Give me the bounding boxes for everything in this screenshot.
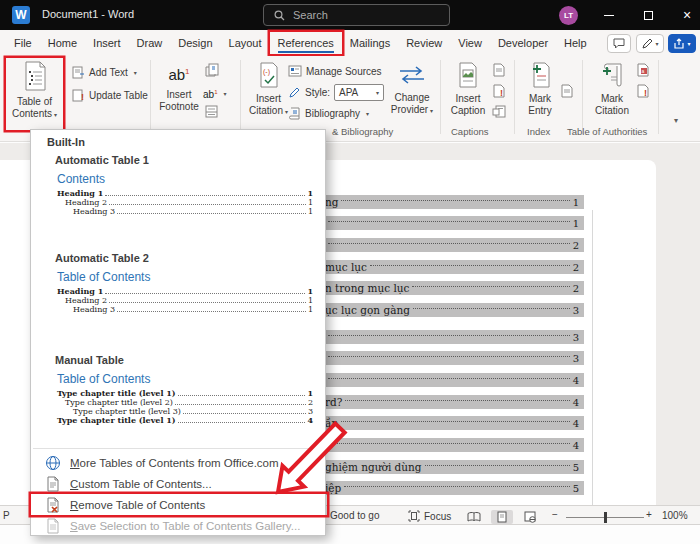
tab-home[interactable]: Home xyxy=(40,32,85,54)
search-input[interactable]: Search xyxy=(263,4,450,26)
mark-entry-label2: Entry xyxy=(519,105,561,117)
toc-page-number: 2 xyxy=(573,283,579,294)
ribbon-collapse-icon[interactable]: ▾ xyxy=(674,116,678,125)
close-button[interactable]: × xyxy=(672,0,700,30)
update-table-button[interactable]: ! Update Table xyxy=(72,89,148,102)
tab-draw[interactable]: Draw xyxy=(129,32,171,54)
dot-leader xyxy=(328,356,570,357)
minimize-button[interactable] xyxy=(594,0,624,30)
editing-pen-button[interactable]: ▾ xyxy=(636,34,664,53)
tab-developer[interactable]: Developer xyxy=(490,32,556,54)
insert-endnote-button[interactable] xyxy=(205,63,219,77)
zoom-slider-thumb[interactable] xyxy=(604,512,607,523)
menu-item-list: More Tables of Contents from Office.comC… xyxy=(31,452,327,536)
dot-leader xyxy=(328,335,570,336)
tab-references[interactable]: References xyxy=(270,32,342,54)
zoom-in-button[interactable]: + xyxy=(646,509,652,520)
mark-citation-label2: Citation xyxy=(588,105,636,117)
preview-entry: Heading 11 xyxy=(57,287,313,296)
insert-table-of-figures-button[interactable] xyxy=(492,63,505,77)
proofing-status[interactable]: Good to go xyxy=(330,510,379,521)
menu-item-custom[interactable]: Custom Table of Contents... xyxy=(31,473,327,494)
comments-button[interactable] xyxy=(607,34,631,53)
focus-label: Focus xyxy=(424,511,451,522)
gallery-preview: ContentsHeading 11Heading 21Heading 31 xyxy=(57,172,313,216)
dot-leader xyxy=(413,308,570,309)
insert-footnote-label: Insert xyxy=(155,89,203,101)
read-mode-button[interactable] xyxy=(463,510,485,524)
zoom-out-button[interactable]: − xyxy=(552,509,558,520)
mark-citation-button[interactable]: Mark Citation xyxy=(588,58,636,122)
maximize-button[interactable] xyxy=(633,0,663,30)
preview-entry-text: Heading 1 xyxy=(57,188,103,198)
tab-design[interactable]: Design xyxy=(170,32,220,54)
menu-item-label: More Tables of Contents from Office.com xyxy=(70,457,279,469)
zoom-level[interactable]: 100% xyxy=(662,510,688,521)
comment-icon xyxy=(613,38,625,49)
show-notes-button[interactable] xyxy=(205,105,218,118)
account-avatar[interactable]: LT xyxy=(559,6,578,25)
gallery-title: Automatic Table 1 xyxy=(41,154,319,166)
cross-reference-button[interactable] xyxy=(492,105,506,118)
table-of-contents-button[interactable]: Table of Contents▾ xyxy=(6,58,63,130)
tab-file[interactable]: File xyxy=(6,32,40,54)
next-footnote-icon: ab1 xyxy=(203,84,217,103)
insert-caption-button[interactable]: Insert Caption xyxy=(445,58,491,122)
update-figures-table-button[interactable]: ! xyxy=(492,84,505,98)
share-icon xyxy=(673,38,685,50)
gallery-automatic-table-2[interactable]: Automatic Table 2Table of ContentsHeadin… xyxy=(41,252,319,314)
mark-entry-icon xyxy=(529,62,551,88)
dot-leader xyxy=(178,422,306,423)
change-provider-button[interactable]: Change Provider▾ xyxy=(388,58,436,122)
preview-entry-page: 1 xyxy=(307,188,313,198)
add-text-button[interactable]: Add Text▾ xyxy=(72,66,137,79)
tab-review[interactable]: Review xyxy=(398,32,450,54)
insert-table-of-authorities-button[interactable]: a xyxy=(636,63,650,77)
mark-entry-button[interactable]: Mark Entry xyxy=(519,58,561,122)
bibliography-button[interactable]: Bibliography▾ xyxy=(288,107,369,120)
chevron-down-icon: ▾ xyxy=(655,40,658,47)
menu-item-more[interactable]: More Tables of Contents from Office.com xyxy=(31,452,327,473)
dot-leader xyxy=(345,400,569,401)
mark-entry-label: Mark xyxy=(519,93,561,105)
insert-footnote-button[interactable]: ab1 Insert Footnote xyxy=(155,58,203,122)
pen-icon xyxy=(641,38,653,50)
gallery-manual-table[interactable]: Manual TableTable of ContentsType chapte… xyxy=(41,354,319,425)
insert-index-button[interactable] xyxy=(560,84,573,98)
preview-entry: Type chapter title (level 1)1 xyxy=(57,389,313,398)
toc-line: 2 xyxy=(318,238,584,252)
preview-entry: Type chapter title (level 1)4 xyxy=(57,416,313,425)
insert-citation-button[interactable]: (-) Insert Citation▾ xyxy=(245,58,292,122)
tab-insert[interactable]: Insert xyxy=(85,32,129,54)
web-layout-button[interactable] xyxy=(519,510,541,524)
gallery-automatic-table-1[interactable]: Automatic Table 1ContentsHeading 11Headi… xyxy=(41,154,319,216)
focus-toggle[interactable]: Focus xyxy=(408,510,451,522)
show-notes-icon xyxy=(205,105,218,118)
group-label-captions: Captions xyxy=(451,126,489,137)
share-button[interactable]: ▾ xyxy=(668,34,696,53)
toc-page-number: 5 xyxy=(573,462,579,473)
focus-icon xyxy=(408,510,420,522)
ribbon-tabs: File Home Insert Draw Design Layout Refe… xyxy=(0,32,595,54)
tab-view[interactable]: View xyxy=(450,32,490,54)
update-authorities-button[interactable]: ! xyxy=(636,84,649,98)
footnote-ab1-icon: ab1 xyxy=(155,64,203,83)
tab-mailings[interactable]: Mailings xyxy=(342,32,398,54)
page-remove-icon xyxy=(45,497,61,513)
style-pen-icon xyxy=(288,86,301,99)
tab-layout[interactable]: Layout xyxy=(221,32,270,54)
word-app-icon[interactable]: W xyxy=(12,6,30,24)
menu-item-remove[interactable]: Remove Table of Contents xyxy=(31,494,327,515)
insert-citation-label2: Citation xyxy=(249,105,283,116)
dot-leader xyxy=(328,221,570,222)
style-select[interactable]: APA ▾ xyxy=(334,84,384,101)
dot-leader xyxy=(175,404,306,405)
manage-sources-button[interactable]: Manage Sources xyxy=(288,65,382,77)
chevron-down-icon: ▾ xyxy=(54,112,57,118)
toc-line-text: mục lục xyxy=(325,261,367,273)
page-save-icon xyxy=(45,518,61,534)
next-footnote-button[interactable]: ab1 ▾ xyxy=(203,84,226,103)
tab-help[interactable]: Help xyxy=(556,32,595,54)
change-provider-label: Change xyxy=(388,92,436,104)
print-layout-button[interactable] xyxy=(491,510,513,524)
